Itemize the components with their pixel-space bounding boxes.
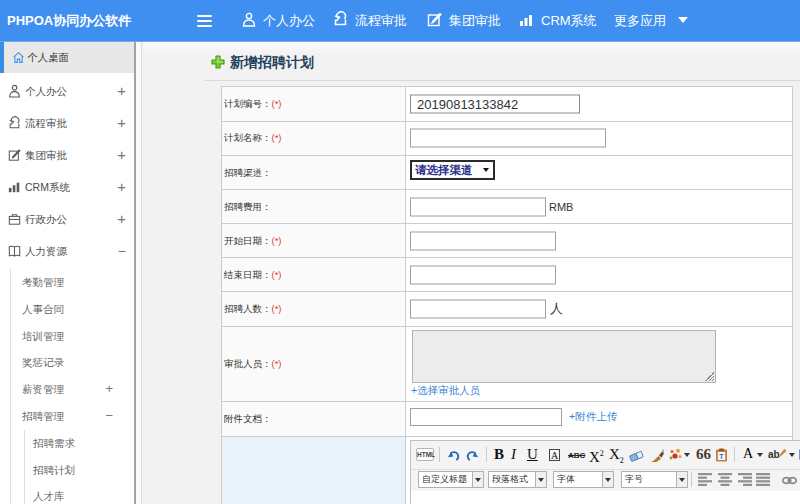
svg-text:T: T [719,453,724,460]
